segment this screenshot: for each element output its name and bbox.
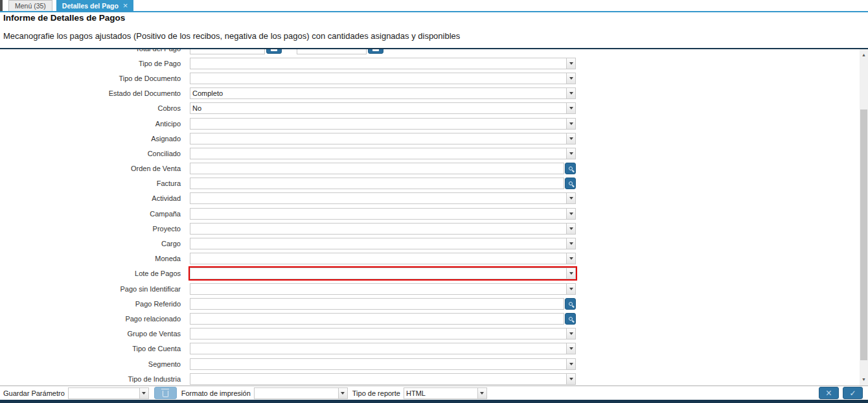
combo-input[interactable]: [190, 328, 566, 340]
combo-input[interactable]: [190, 87, 566, 99]
field-label: Pago sin Identificar: [0, 285, 190, 293]
chevron-down-icon: [341, 392, 345, 395]
record-search-button[interactable]: [565, 298, 576, 310]
record-search-button[interactable]: [565, 163, 576, 174]
report-type-input[interactable]: [404, 387, 477, 399]
combo-dropdown-button[interactable]: [566, 253, 576, 264]
field-label: Lote de Pagos: [0, 270, 190, 277]
combo-input[interactable]: [190, 118, 566, 130]
field-label: Asignado: [0, 135, 190, 143]
combo-dropdown-button[interactable]: [566, 58, 576, 69]
combo-dropdown-button[interactable]: [566, 192, 576, 204]
search-input[interactable]: [190, 298, 564, 310]
chevron-down-icon: [569, 92, 573, 95]
combo-input[interactable]: [190, 192, 566, 204]
combo-dropdown-button[interactable]: [566, 358, 576, 370]
ok-button[interactable]: ✓: [843, 387, 863, 399]
combo-dropdown-button[interactable]: [566, 208, 576, 220]
combo-dropdown-button[interactable]: [566, 148, 576, 159]
scroll-up-icon[interactable]: ▲: [860, 51, 868, 59]
amount-range-field: [190, 49, 383, 54]
chevron-down-icon: [569, 363, 573, 365]
combo-dropdown-button[interactable]: [566, 73, 576, 84]
print-format-input[interactable]: [254, 387, 338, 399]
save-parameter-dropdown-button[interactable]: [139, 387, 149, 399]
form-row: Total del Pago: [0, 49, 859, 56]
combo-input[interactable]: [190, 253, 566, 264]
combo-dropdown-button[interactable]: [566, 238, 576, 249]
search-input[interactable]: [190, 313, 564, 325]
close-tab-icon[interactable]: ×: [123, 3, 128, 9]
field-label: Cobros: [0, 104, 190, 112]
combo-input[interactable]: [190, 133, 566, 144]
calculator-button[interactable]: [368, 49, 383, 54]
record-search-button[interactable]: [565, 178, 576, 189]
field-label: Orden de Venta: [0, 165, 190, 172]
combo-dropdown-button[interactable]: [566, 373, 576, 385]
combo-dropdown-button[interactable]: [566, 133, 576, 144]
search-input[interactable]: [190, 163, 564, 174]
chevron-down-icon: [480, 392, 484, 395]
search-input[interactable]: [190, 178, 564, 189]
combo-input[interactable]: [190, 223, 566, 235]
record-search-icon: [569, 302, 573, 306]
amount-to-input[interactable]: [297, 49, 367, 54]
combo-input[interactable]: [190, 373, 566, 385]
combo-dropdown-button[interactable]: [566, 118, 576, 130]
window-bottom-bar: [0, 400, 868, 403]
combo-dropdown-button[interactable]: [566, 343, 576, 354]
combo-dropdown-button[interactable]: [566, 283, 576, 295]
combo-dropdown-button[interactable]: [566, 328, 576, 340]
field-label: Tipo de Documento: [0, 75, 190, 82]
combo-input[interactable]: [190, 283, 566, 295]
form-row: Estado del Documento: [0, 86, 859, 101]
combo-dropdown-button[interactable]: [566, 87, 576, 99]
form-row: Factura: [0, 176, 859, 191]
calculator-icon: [271, 49, 277, 51]
combo-dropdown-button[interactable]: [566, 102, 576, 114]
combo-input[interactable]: [190, 358, 566, 370]
record-search-button[interactable]: [565, 313, 576, 325]
combo-input[interactable]: [190, 343, 566, 354]
record-search-icon: [569, 167, 573, 170]
calculator-button[interactable]: [266, 49, 282, 54]
combo-field: [190, 73, 576, 84]
footer-toolbar: Guardar Parámetro Formato de impresión T…: [0, 386, 868, 400]
form-row: Pago relacionado: [0, 311, 859, 326]
print-format-dropdown-button[interactable]: [338, 387, 348, 399]
combo-dropdown-button[interactable]: [566, 268, 576, 279]
search-field: [190, 163, 576, 174]
combo-input[interactable]: [190, 58, 566, 69]
form-row: Tipo de Industria: [0, 371, 859, 386]
form-row: Lote de Pagos: [0, 266, 859, 281]
combo-input[interactable]: [190, 148, 566, 159]
combo-input[interactable]: [190, 73, 566, 84]
combo-input[interactable]: [190, 268, 566, 279]
combo-dropdown-button[interactable]: [566, 223, 576, 235]
report-type-dropdown-button[interactable]: [477, 387, 487, 399]
search-field: [190, 298, 576, 310]
delete-parameter-button[interactable]: [154, 387, 177, 399]
field-label: Segmento: [0, 360, 190, 368]
field-label: Actividad: [0, 194, 190, 202]
save-parameter-combo: [68, 387, 149, 399]
tab-detalles-del-pago[interactable]: Detalles del Pago ×: [56, 0, 134, 11]
combo-input[interactable]: [190, 102, 566, 114]
page-title: Informe de Detalles de Pagos: [3, 13, 125, 23]
amount-from-input[interactable]: [190, 49, 265, 54]
save-parameter-input[interactable]: [68, 387, 139, 399]
cancel-button[interactable]: ×: [819, 387, 839, 399]
print-format-label: Formato de impresión: [181, 389, 251, 397]
chevron-down-icon: [569, 242, 573, 245]
combo-input[interactable]: [190, 238, 566, 249]
scroll-down-icon[interactable]: ▼: [860, 376, 868, 384]
page-subtitle: Mecanografie los pagos ajustados (Positi…: [3, 31, 460, 41]
combo-field: [190, 373, 576, 385]
form-row: Segmento: [0, 356, 859, 371]
scrollbar-thumb[interactable]: [860, 109, 867, 360]
tab-menu[interactable]: Menú (35): [8, 0, 52, 11]
form-row: Conciliado: [0, 146, 859, 161]
chevron-down-icon: [569, 213, 573, 215]
vertical-scrollbar[interactable]: ▲ ▼: [860, 49, 868, 386]
combo-input[interactable]: [190, 208, 566, 220]
